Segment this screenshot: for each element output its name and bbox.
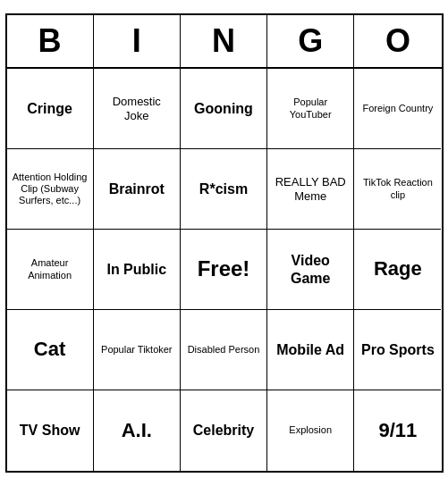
- header-letter: B: [7, 15, 94, 67]
- bingo-cell-15: Cat: [7, 310, 94, 390]
- bingo-cell-21: A.I.: [94, 390, 181, 471]
- bingo-cell-5: Attention Holding Clip (Subway Surfers, …: [7, 149, 94, 230]
- bingo-cell-23: Explosion: [267, 390, 354, 471]
- bingo-cell-12: Free!: [181, 230, 267, 310]
- bingo-cell-19: Pro Sports: [354, 310, 441, 390]
- bingo-cell-10: Amateur Animation: [7, 230, 94, 310]
- bingo-cell-6: Brainrot: [94, 149, 181, 230]
- header-letter: O: [354, 15, 441, 67]
- bingo-cell-0: Cringe: [7, 69, 94, 149]
- bingo-cell-18: Mobile Ad: [267, 310, 354, 390]
- bingo-cell-13: Video Game: [267, 230, 354, 310]
- bingo-cell-17: Disabled Person: [181, 310, 267, 390]
- bingo-header: BINGO: [7, 15, 442, 69]
- bingo-card: BINGO CringeDomestic JokeGooningPopular …: [5, 13, 444, 473]
- bingo-cell-9: TikTok Reaction clip: [354, 149, 441, 230]
- bingo-cell-24: 9/11: [354, 390, 441, 471]
- bingo-cell-20: TV Show: [7, 390, 94, 471]
- bingo-cell-11: In Public: [94, 230, 181, 310]
- bingo-grid: CringeDomestic JokeGooningPopular YouTub…: [7, 69, 442, 471]
- bingo-cell-4: Foreign Country: [354, 69, 441, 149]
- bingo-cell-16: Popular Tiktoker: [94, 310, 181, 390]
- bingo-cell-7: R*cism: [181, 149, 267, 230]
- bingo-cell-22: Celebrity: [181, 390, 267, 471]
- bingo-cell-1: Domestic Joke: [94, 69, 181, 149]
- header-letter: G: [267, 15, 354, 67]
- bingo-cell-3: Popular YouTuber: [267, 69, 354, 149]
- bingo-cell-2: Gooning: [181, 69, 267, 149]
- header-letter: I: [94, 15, 181, 67]
- header-letter: N: [181, 15, 267, 67]
- bingo-cell-14: Rage: [354, 230, 441, 310]
- bingo-cell-8: REALLY BAD Meme: [267, 149, 354, 230]
